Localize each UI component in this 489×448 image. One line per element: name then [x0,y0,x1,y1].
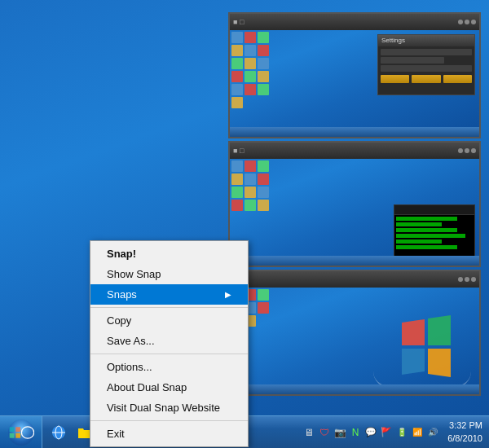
tray-icon-shield[interactable]: 🛡 [318,426,331,439]
snap-panel-1: ■ □ [228,12,481,138]
menu-item-options[interactable]: Options... [90,357,248,377]
menu-item-snaps[interactable]: Snaps ▶ [90,284,248,305]
clock[interactable]: 3:32 PM 6/8/2010 [443,419,482,445]
tray-icon-flag[interactable]: 🚩 [380,426,393,439]
context-menu: Snap! Show Snap Snaps ▶ Copy Save As... … [90,240,249,447]
menu-item-exit[interactable]: Exit [90,424,248,444]
tray-icon-chat[interactable]: 💬 [364,426,377,439]
menu-item-website[interactable]: Visit Dual Snap Website [90,397,248,418]
tray-icon-snap[interactable]: 📷 [333,426,346,439]
menu-separator-2 [90,354,248,354]
menu-item-snap[interactable]: Snap! [90,244,248,264]
tray-icon-network[interactable]: 📶 [411,426,424,439]
panels-area: ■ □ [228,12,481,396]
windows-logo [394,314,459,380]
start-orb[interactable] [8,419,34,446]
menu-item-copy[interactable]: Copy [90,310,248,331]
snap-panel-2: ■ □ [228,141,481,267]
menu-separator-3 [90,420,248,421]
tray-icon-onenote[interactable]: N [349,426,362,439]
taskbar-ie-icon[interactable] [47,421,70,444]
system-tray: 🖥 🛡 📷 N 💬 🚩 🔋 📶 🔊 3:32 PM 6/8/2010 [296,416,489,449]
menu-item-save-as[interactable]: Save As... [90,331,248,351]
tray-icon-monitor[interactable]: 🖥 [302,426,315,439]
tray-icon-battery[interactable]: 🔋 [395,426,408,439]
desktop: ■ □ [0,0,489,448]
menu-item-about[interactable]: About Dual Snap [90,377,248,397]
menu-separator-1 [90,307,248,308]
submenu-arrow: ▶ [225,290,231,299]
windows-start-icon [8,424,22,441]
tray-icons: 🖥 🛡 📷 N 💬 🚩 🔋 📶 🔊 [302,426,439,439]
clock-date: 6/8/2010 [447,433,482,445]
start-button[interactable] [0,416,42,449]
snap-panel-3: ■ □ [228,270,481,396]
menu-item-show-snap[interactable]: Show Snap [90,264,248,284]
tray-icon-volume[interactable]: 🔊 [426,426,439,439]
clock-time: 3:32 PM [447,419,482,432]
ie-icon [51,424,67,441]
